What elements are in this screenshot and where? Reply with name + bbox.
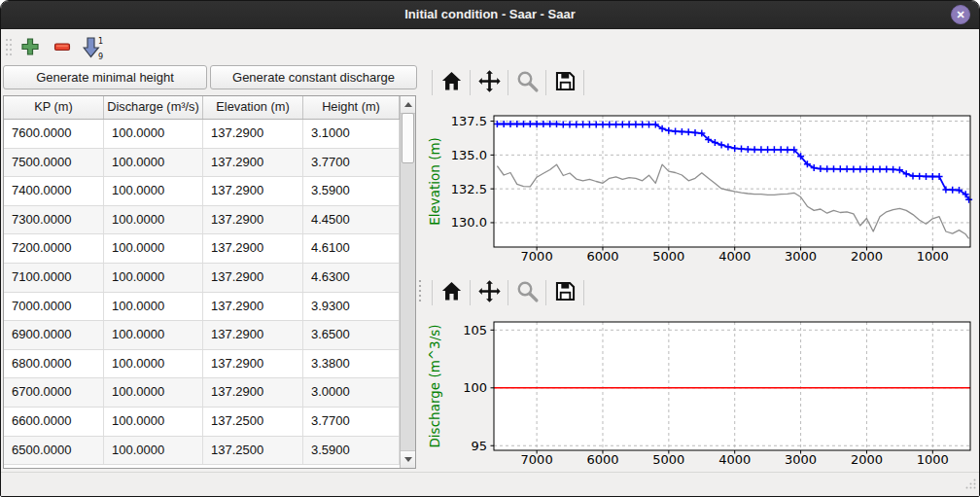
window-resize-grip[interactable] — [964, 477, 977, 494]
close-button[interactable]: ✕ — [951, 5, 970, 24]
table-cell[interactable]: 100.0000 — [104, 350, 203, 378]
zoom-button[interactable] — [512, 68, 542, 97]
charts-pane: 7000600050004000300020001000137.5135.013… — [424, 61, 980, 475]
table-cell[interactable]: 137.2900 — [203, 350, 303, 378]
elevation-chart-canvas[interactable]: 7000600050004000300020001000137.5135.013… — [424, 103, 980, 273]
table-row: 7200.0000100.0000137.29004.6100 — [4, 234, 415, 264]
y-tick-label: 130.0 — [451, 215, 487, 230]
table-cell[interactable]: 6600.0000 — [4, 408, 104, 436]
table-vertical-scrollbar[interactable] — [400, 96, 415, 468]
table-cell[interactable]: 100.0000 — [104, 177, 203, 205]
table-cell[interactable]: 3.9300 — [303, 293, 400, 321]
table-cell[interactable]: 3.0000 — [303, 378, 400, 407]
svg-text:1: 1 — [98, 37, 103, 46]
pan-button[interactable] — [474, 278, 504, 307]
sort-rows-button[interactable]: 1 9 — [80, 34, 105, 59]
table-cell[interactable]: 3.6500 — [303, 321, 400, 349]
table-cell[interactable]: 3.7700 — [303, 408, 400, 436]
save-button[interactable] — [550, 68, 579, 97]
table-cell[interactable]: 3.7700 — [303, 149, 400, 177]
table-cell[interactable]: 100.0000 — [104, 378, 203, 407]
y-axis-label: Elevation (m) — [427, 137, 442, 226]
table-cell[interactable]: 137.2900 — [203, 206, 303, 234]
discharge-plot-toolbar — [424, 275, 980, 310]
table-row: 6700.0000100.0000137.29003.0000 — [4, 378, 415, 408]
home-button[interactable] — [437, 68, 466, 97]
column-header[interactable]: Discharge (m³/s) — [104, 96, 203, 119]
toolbar-separator — [508, 280, 508, 305]
table-cell[interactable]: 3.5900 — [303, 177, 400, 205]
y-tick-label: 105 — [463, 323, 487, 337]
table-cell[interactable]: 3.3800 — [303, 350, 400, 378]
table-cell[interactable]: 137.2900 — [203, 120, 303, 148]
table-cell[interactable]: 6800.0000 — [4, 350, 104, 378]
x-tick-label: 6000 — [586, 452, 618, 467]
generate-minimal-height-button[interactable]: Generate minimal height — [3, 65, 207, 89]
table-cell[interactable]: 137.2900 — [203, 293, 303, 321]
toolbar-separator — [470, 70, 471, 95]
table-cell[interactable]: 137.2900 — [203, 378, 303, 407]
table-cell[interactable]: 100.0000 — [104, 206, 203, 234]
table-cell[interactable]: 6700.0000 — [4, 378, 104, 407]
pane-splitter[interactable] — [417, 65, 423, 469]
x-tick-label: 1000 — [917, 452, 949, 467]
toolbar-separator — [508, 70, 508, 95]
scrollbar-thumb[interactable] — [402, 113, 414, 163]
table-cell[interactable]: 4.6300 — [303, 264, 400, 292]
table-cell[interactable]: 137.2900 — [203, 234, 303, 263]
table-cell[interactable]: 100.0000 — [104, 437, 203, 465]
toolbar-separator — [432, 280, 433, 305]
scrollbar-up-button[interactable] — [401, 96, 415, 114]
column-header[interactable]: Elevation (m) — [203, 96, 303, 119]
scrollbar-down-button[interactable] — [401, 450, 415, 468]
table-cell[interactable]: 100.0000 — [104, 149, 203, 177]
table-cell[interactable]: 137.2900 — [203, 264, 303, 292]
table-cell[interactable]: 3.1000 — [303, 120, 400, 148]
table-cell[interactable]: 7500.0000 — [4, 149, 104, 177]
table-cell[interactable]: 4.4500 — [303, 206, 400, 234]
column-header[interactable]: KP (m) — [4, 96, 104, 119]
table-cell[interactable]: 100.0000 — [104, 321, 203, 349]
table-cell[interactable]: 7600.0000 — [4, 120, 104, 148]
table-cell[interactable]: 7200.0000 — [4, 234, 104, 263]
table-body: 7600.0000100.0000137.29003.10007500.0000… — [4, 120, 415, 465]
table-cell[interactable]: 137.2500 — [203, 437, 303, 465]
home-icon — [439, 69, 464, 97]
table-cell[interactable]: 3.5900 — [303, 437, 400, 465]
table-cell[interactable]: 100.0000 — [104, 264, 203, 292]
table-cell[interactable]: 137.2900 — [203, 177, 303, 205]
remove-row-icon — [50, 35, 75, 58]
table-cell[interactable]: 100.0000 — [104, 293, 203, 321]
table-cell[interactable]: 100.0000 — [104, 120, 203, 148]
table-cell[interactable]: 7100.0000 — [4, 264, 104, 292]
add-row-button[interactable] — [18, 34, 43, 59]
table-cell[interactable]: 7000.0000 — [4, 293, 104, 321]
zoom-button[interactable] — [512, 278, 542, 307]
remove-row-button[interactable] — [50, 34, 75, 59]
pan-button[interactable] — [474, 68, 504, 97]
table-row: 7400.0000100.0000137.29003.5900 — [4, 177, 415, 206]
column-header[interactable]: Height (m) — [303, 96, 400, 119]
table-cell[interactable]: 100.0000 — [104, 408, 203, 436]
home-button[interactable] — [437, 278, 466, 307]
close-icon: ✕ — [956, 9, 964, 20]
discharge-chart-canvas[interactable]: 700060005000400030002000100010510095Disc… — [424, 312, 980, 474]
table-row: 7000.0000100.0000137.29003.9300 — [4, 293, 415, 322]
scroll-down-icon — [404, 457, 412, 462]
table-cell[interactable]: 6900.0000 — [4, 321, 104, 349]
x-tick-label: 2000 — [851, 249, 883, 264]
table-cell[interactable]: 6500.0000 — [4, 437, 104, 465]
table-cell[interactable]: 4.6100 — [303, 234, 400, 263]
table-cell[interactable]: 7400.0000 — [4, 177, 104, 205]
table-cell[interactable]: 7300.0000 — [4, 206, 104, 234]
toolbar-drag-handle[interactable] — [4, 37, 14, 62]
generate-constant-discharge-button[interactable]: Generate constant discharge — [210, 65, 417, 89]
x-tick-label: 5000 — [652, 249, 684, 264]
table-cell[interactable]: 100.0000 — [104, 234, 203, 263]
table-cell[interactable]: 137.2900 — [203, 149, 303, 177]
table-row: 6800.0000100.0000137.29003.3800 — [4, 350, 415, 379]
toolbar-separator — [432, 70, 433, 95]
save-button[interactable] — [550, 278, 579, 307]
table-cell[interactable]: 137.2900 — [203, 321, 303, 349]
table-cell[interactable]: 137.2500 — [203, 408, 303, 436]
